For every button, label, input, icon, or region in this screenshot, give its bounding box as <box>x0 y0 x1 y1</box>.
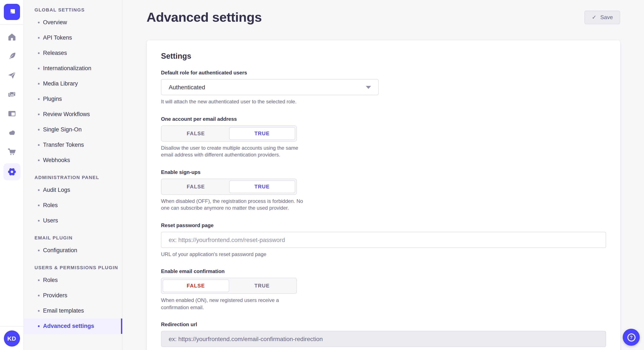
toggle-option-false[interactable]: FALSE <box>163 127 229 140</box>
sidebar-item-roles[interactable]: Roles <box>24 273 122 288</box>
help-button[interactable]: ? <box>623 329 640 346</box>
field-one-account-per-email: One account per email address FALSE TRUE… <box>161 116 606 159</box>
field-hint: Disallow the user to create multiple acc… <box>161 144 307 159</box>
sidebar-section-heading: GLOBAL SETTINGS <box>24 6 122 14</box>
sidebar-item-providers[interactable]: Providers <box>24 288 122 303</box>
field-label: Enable sign-ups <box>161 169 606 175</box>
sidebar-item-api-tokens[interactable]: API Tokens <box>24 30 122 45</box>
sidebar-section: EMAIL PLUGIN Configuration <box>24 234 122 258</box>
paper-plane-icon[interactable] <box>6 70 17 80</box>
email-confirmation-toggle: FALSE TRUE <box>161 278 297 294</box>
sidebar-item-roles[interactable]: Roles <box>24 198 122 213</box>
rail-icons <box>3 32 20 189</box>
main-content: Advanced settings ✓ Save Settings Defaul… <box>123 0 644 350</box>
field-hint: When enabled (ON), new registered users … <box>161 297 307 311</box>
field-hint: When disabled (OFF), the registration pr… <box>161 197 307 212</box>
check-icon: ✓ <box>592 14 596 20</box>
sidebar-item-internationalization[interactable]: Internationalization <box>24 61 122 76</box>
sidebar-item-webhooks[interactable]: Webhooks <box>24 153 122 168</box>
field-redirection-url: Redirection url <box>161 322 606 347</box>
feather-icon[interactable] <box>6 51 17 61</box>
sidebar-item-users[interactable]: Users <box>24 213 122 228</box>
sidebar-item-audit-logs[interactable]: Audit Logs <box>24 182 122 198</box>
sidebar-item-configuration[interactable]: Configuration <box>24 243 122 258</box>
toggle-option-true[interactable]: TRUE <box>229 180 295 193</box>
sidebar-item-plugins[interactable]: Plugins <box>24 91 122 107</box>
sidebar-section-heading: EMAIL PLUGIN <box>24 234 122 242</box>
one-account-toggle: FALSE TRUE <box>161 125 297 141</box>
sidebar-section: ADMINISTRATION PANEL Audit LogsRolesUser… <box>24 174 122 228</box>
reset-password-input[interactable] <box>161 232 606 248</box>
field-label: Enable email confirmation <box>161 268 606 274</box>
user-avatar[interactable]: KD <box>4 331 20 347</box>
cart-icon[interactable] <box>6 147 17 157</box>
field-reset-password-page: Reset password page URL of your applicat… <box>161 222 606 258</box>
sidebar-section-heading: ADMINISTRATION PANEL <box>24 174 122 181</box>
icon-rail: KD <box>0 0 24 350</box>
sidebar-item-releases[interactable]: Releases <box>24 45 122 61</box>
rail-bottom-divider <box>0 326 24 327</box>
default-role-select[interactable]: Authenticated <box>161 79 379 95</box>
field-default-role: Default role for authenticated users Aut… <box>161 70 606 105</box>
field-enable-sign-ups: Enable sign-ups FALSE TRUE When disabled… <box>161 169 606 212</box>
toggle-option-false[interactable]: FALSE <box>163 180 229 193</box>
sidebar-item-advanced-settings[interactable]: Advanced settings <box>24 319 122 334</box>
sidebar-item-overview[interactable]: Overview <box>24 15 122 30</box>
field-label: Redirection url <box>161 322 606 328</box>
layout-icon[interactable] <box>6 108 17 119</box>
field-label: One account per email address <box>161 116 606 122</box>
rail-bottom: KD <box>0 326 24 350</box>
sign-ups-toggle: FALSE TRUE <box>161 178 297 194</box>
strapi-logo-icon[interactable] <box>4 4 20 20</box>
field-hint: It will attach the new authenticated use… <box>161 98 606 105</box>
media-library-icon[interactable] <box>6 89 17 100</box>
page-title: Advanced settings <box>146 10 262 25</box>
settings-card: Settings Default role for authenticated … <box>147 40 620 350</box>
field-hint: URL of your application's reset password… <box>161 251 606 258</box>
sidebar-section-heading: USERS & PERMISSIONS PLUGIN <box>24 264 122 272</box>
sidebar-item-media-library[interactable]: Media Library <box>24 76 122 91</box>
toggle-option-true[interactable]: TRUE <box>229 127 295 140</box>
sidebar-section-items: Audit LogsRolesUsers <box>24 182 122 228</box>
sidebar-section: USERS & PERMISSIONS PLUGIN RolesProvider… <box>24 264 122 334</box>
redirection-url-input <box>161 331 606 347</box>
settings-sidebar: GLOBAL SETTINGS OverviewAPI TokensReleas… <box>24 0 123 350</box>
cloud-icon[interactable] <box>6 128 17 138</box>
rail-divider <box>0 24 24 25</box>
settings-gear-icon[interactable] <box>3 163 20 180</box>
save-button[interactable]: ✓ Save <box>584 11 620 24</box>
home-icon[interactable] <box>6 32 17 42</box>
field-enable-email-confirmation: Enable email confirmation FALSE TRUE Whe… <box>161 268 606 311</box>
toggle-option-true[interactable]: TRUE <box>229 279 295 292</box>
sidebar-section-items: RolesProvidersEmail templatesAdvanced se… <box>24 273 122 334</box>
chevron-down-icon <box>366 86 371 89</box>
page-header: Advanced settings ✓ Save <box>123 0 644 25</box>
app-root: KD GLOBAL SETTINGS OverviewAPI TokensRel… <box>0 0 644 350</box>
sidebar-item-single-sign-on[interactable]: Single Sign-On <box>24 122 122 137</box>
question-mark-icon: ? <box>627 333 635 341</box>
field-label: Default role for authenticated users <box>161 70 606 76</box>
sidebar-item-review-workflows[interactable]: Review Workflows <box>24 107 122 122</box>
sidebar-item-transfer-tokens[interactable]: Transfer Tokens <box>24 137 122 153</box>
sidebar-item-email-templates[interactable]: Email templates <box>24 303 122 319</box>
sidebar-section: GLOBAL SETTINGS OverviewAPI TokensReleas… <box>24 6 122 168</box>
select-value: Authenticated <box>169 84 205 91</box>
settings-section-title: Settings <box>161 52 606 61</box>
sidebar-section-items: OverviewAPI TokensReleasesInternationali… <box>24 15 122 168</box>
sidebar-section-items: Configuration <box>24 243 122 258</box>
field-label: Reset password page <box>161 222 606 228</box>
toggle-option-false[interactable]: FALSE <box>163 279 229 292</box>
strapi-mark <box>6 6 17 17</box>
sidebar-sections: GLOBAL SETTINGS OverviewAPI TokensReleas… <box>24 6 122 334</box>
save-button-label: Save <box>600 14 613 20</box>
